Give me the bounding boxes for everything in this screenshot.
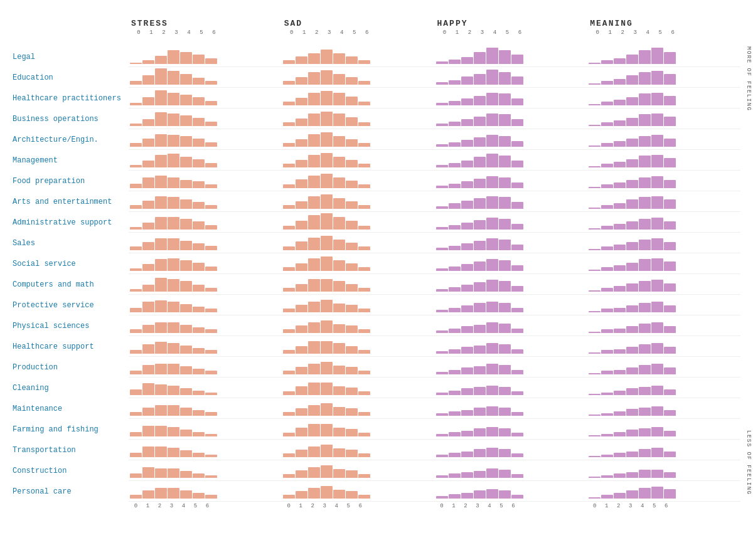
bar-segment — [449, 267, 461, 271]
bar-segment — [205, 267, 217, 271]
bar-segment — [436, 206, 448, 209]
bar-segment — [168, 114, 179, 126]
bottom-axis-label: 2 — [307, 503, 319, 509]
bar-segment — [142, 60, 154, 64]
bar-segment — [486, 448, 498, 457]
bar-segment — [474, 325, 486, 333]
bar-segment — [358, 246, 370, 250]
bar-segment — [283, 474, 295, 478]
bar-segment — [499, 156, 511, 167]
bar-segment — [155, 176, 167, 188]
bar-segment — [333, 136, 345, 147]
bar-segment — [474, 137, 486, 147]
bar-segment — [168, 154, 179, 167]
bar-segment — [461, 77, 473, 85]
row-chart — [587, 295, 740, 315]
bar-segment — [283, 226, 295, 230]
bar-segment — [614, 79, 626, 85]
bar-segment — [486, 489, 498, 499]
bar-segment — [651, 135, 663, 147]
bar-segment — [639, 136, 651, 147]
bar-segment — [499, 365, 511, 374]
bar-segment — [626, 199, 638, 209]
axis-label: 6 — [514, 29, 526, 36]
bar-segment — [142, 344, 154, 354]
bar-segment — [589, 104, 601, 105]
row-chart — [587, 398, 740, 419]
bar-segment — [601, 413, 613, 416]
bar-segment — [486, 322, 498, 333]
bar-segment — [589, 290, 601, 292]
bar-segment — [461, 431, 473, 436]
bar-segment — [511, 412, 523, 416]
feeling-title-sad: SAD — [284, 19, 302, 28]
bar-segment — [142, 139, 154, 147]
bar-segment — [486, 364, 498, 374]
bar-segment — [308, 383, 320, 395]
bar-segment — [180, 304, 192, 312]
bar-segment — [283, 309, 295, 312]
bar-segment — [461, 493, 473, 499]
bar-segment — [664, 410, 676, 416]
bar-segment — [130, 124, 142, 126]
bar-segment — [142, 264, 154, 271]
bar-segment — [296, 77, 307, 85]
bar-segment — [499, 219, 511, 230]
bar-segment — [130, 350, 142, 354]
bar-segment — [449, 349, 461, 354]
row-chart — [129, 46, 282, 67]
bar-segment — [589, 456, 601, 457]
bar-segment — [436, 289, 448, 292]
bar-segment — [436, 61, 448, 64]
bar-segment — [358, 143, 370, 147]
bar-segment — [205, 288, 217, 292]
bar-segment — [601, 393, 613, 395]
bar-segment — [296, 119, 307, 126]
bar-segment — [308, 53, 320, 64]
bar-segment — [614, 473, 626, 478]
axis-label: 2 — [616, 29, 629, 36]
bar-segment — [626, 490, 638, 499]
bar-segment — [283, 433, 295, 436]
row-chart — [129, 233, 282, 253]
bar-segment — [130, 205, 142, 209]
bar-segment — [205, 329, 217, 333]
bar-segment — [651, 302, 663, 312]
bar-segment — [130, 165, 142, 167]
bar-segment — [130, 495, 142, 499]
row-chart — [435, 108, 588, 129]
bar-segment — [589, 270, 601, 271]
bar-segment — [168, 197, 179, 209]
bar-segment — [130, 103, 142, 105]
bar-segment — [142, 490, 154, 499]
bar-segment — [449, 391, 461, 395]
bar-segment — [193, 432, 205, 436]
bar-segment — [321, 486, 333, 499]
bar-segment — [142, 365, 154, 374]
bar-segment — [180, 115, 192, 126]
row-chart — [435, 378, 588, 398]
bar-segment — [346, 117, 358, 126]
feeling-header-sad: SAD0123456 — [282, 19, 435, 46]
bar-segment — [333, 281, 345, 292]
occupation-label: Sales — [13, 233, 129, 253]
occupation-label: Transportation — [13, 440, 129, 460]
axis-label: 0 — [286, 29, 298, 36]
feeling-header-stress: STRESS0123456 — [129, 19, 282, 46]
bar-segment — [180, 366, 192, 374]
bar-segment — [449, 329, 461, 333]
bar-segment — [664, 262, 676, 271]
bar-segment — [333, 407, 345, 416]
row-chart — [282, 129, 435, 150]
row-chart — [587, 274, 740, 295]
bar-segment — [333, 53, 345, 64]
bar-segment — [626, 159, 638, 167]
bar-segment — [511, 141, 523, 147]
bar-segment — [614, 493, 626, 499]
bar-segment — [601, 205, 613, 209]
bar-segment — [142, 383, 154, 395]
bar-segment — [296, 284, 307, 292]
bar-segment — [651, 364, 663, 374]
occupation-label: Farming and fishing — [13, 419, 129, 440]
bar-segment — [664, 347, 676, 354]
